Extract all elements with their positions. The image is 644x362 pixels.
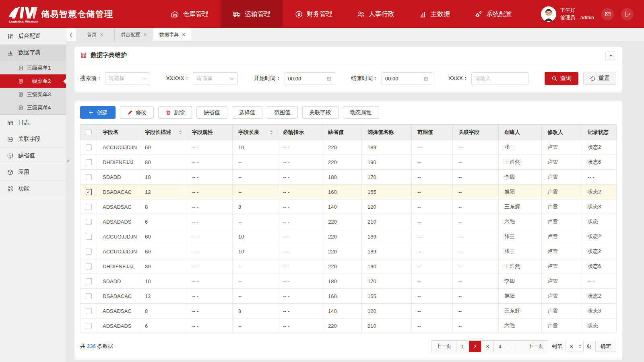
sidebar-subitem-label: 三级菜单4 xyxy=(27,104,51,111)
row-checkbox[interactable] xyxy=(86,219,92,225)
page-number-3[interactable]: 3 xyxy=(481,341,493,352)
logout-icon[interactable] xyxy=(621,8,634,21)
table-row-6[interactable]: ADSADADS6-- ----- -220210----六毛卢雪状态 xyxy=(80,214,617,229)
text-input[interactable]: 请输入 xyxy=(471,72,528,84)
column-label: 记录状态 xyxy=(588,129,609,136)
row-checkbox[interactable] xyxy=(86,144,92,150)
page-ellipsis[interactable]: ··· xyxy=(506,341,523,352)
table-cell: -- - xyxy=(277,259,322,274)
table-row-7[interactable]: ACCUOJJDJN60-- -10-- -220189------张三卢雪状态… xyxy=(80,229,617,244)
tab-close-icon[interactable]: ✕ xyxy=(100,32,103,37)
table-cell: -- xyxy=(412,274,453,289)
sidebar-item-5[interactable]: 缺省值 xyxy=(0,148,66,164)
top-header: Logistics Wisdom 储易智慧仓储管理 仓库管理运输管理财务管理人事… xyxy=(0,0,644,28)
filter-select[interactable]: 请选择 xyxy=(105,72,150,84)
row-checkbox[interactable] xyxy=(86,293,92,299)
sidebar-subitem-3[interactable]: 三级菜单3 xyxy=(0,88,66,101)
toolbar-button-1[interactable]: 创建 xyxy=(80,106,116,119)
time-input[interactable]: 00:00 xyxy=(285,72,335,84)
row-checkbox[interactable] xyxy=(86,249,92,255)
toolbar-button-2[interactable]: 修改 xyxy=(120,106,154,119)
tab-close-icon[interactable]: ✕ xyxy=(182,32,186,37)
row-checkbox[interactable] xyxy=(86,308,92,314)
page-number-2[interactable]: 2 xyxy=(469,341,481,352)
sidebar-subitem-2[interactable]: 三级菜单2 xyxy=(0,74,66,88)
sidebar-item-label: 后台配置 xyxy=(18,33,41,40)
panel-collapse-button[interactable] xyxy=(605,51,616,60)
next-page-button[interactable]: 下一页 xyxy=(523,341,548,352)
table-row-13[interactable]: ADSADADS6-- ----- -220210----六毛卢雪状态 xyxy=(80,319,617,333)
table-row-5[interactable]: ADSADSAC8-- -8-- -140120----王东辉卢雪状态3 xyxy=(80,200,617,214)
row-checkbox[interactable] xyxy=(86,234,92,240)
reset-button[interactable]: 重置 xyxy=(583,72,616,85)
tab-2[interactable]: 后台配置✕ xyxy=(115,28,153,41)
prev-page-button[interactable]: 上一页 xyxy=(431,341,456,352)
sidebar-item-3[interactable]: 日志 xyxy=(0,115,66,131)
tab-3[interactable]: 数据字典✕ xyxy=(153,28,192,41)
confirm-page-button[interactable]: 确定 xyxy=(595,341,616,352)
tab-scroll-left-icon[interactable]: ❮ xyxy=(66,28,76,41)
sidebar-item-2[interactable]: 数据字典 xyxy=(0,45,66,61)
nav-item-3[interactable]: 财务管理 xyxy=(283,0,345,28)
toolbar-button-7[interactable]: 关联字段 xyxy=(302,106,339,119)
table-row-9[interactable]: DHDIFNFJJJ80-- ----- -220190----王浩然卢雪状态6 xyxy=(80,259,617,274)
table-row-1[interactable]: ACCUOJJDJN60-- -10-- -220189------张三卢雪状态… xyxy=(80,140,617,155)
table-row-11[interactable]: DSADACAC12-- ----- -160155----旭阳卢雪状态2 xyxy=(80,289,617,304)
sidebar-collapse-handle[interactable]: « xyxy=(67,158,70,164)
nav-item-5[interactable]: 主数据 xyxy=(407,0,462,28)
avatar[interactable] xyxy=(541,6,556,22)
table-row-12[interactable]: ADSADSAC8-- -8-- -140120----王东辉卢雪状态3 xyxy=(80,304,617,319)
table-cell: 220 xyxy=(322,244,362,259)
toolbar-button-8[interactable]: 动态属性 xyxy=(343,106,379,119)
sort-icon[interactable] xyxy=(179,130,182,134)
table-cell: ACCUOJJDJN xyxy=(97,244,139,259)
column-header-3[interactable]: 字段长描述 xyxy=(139,125,186,140)
table-row-8[interactable]: ACCUOJJDJN60-- -10-- -220189------张三卢雪状态… xyxy=(80,244,617,259)
table-cell: 卢雪 xyxy=(542,304,582,319)
sidebar-subitem-4[interactable]: 三级菜单4 xyxy=(0,101,66,114)
table-cell: 160 xyxy=(322,289,362,304)
filter-field-5: XXXX：请输入 xyxy=(448,72,529,84)
page-number-4[interactable]: 4 xyxy=(493,341,506,352)
sidebar-subitem-1[interactable]: 三级菜单1 xyxy=(0,61,66,74)
nav-item-2[interactable]: 运输管理 xyxy=(221,0,283,28)
table-row-10[interactable]: SDADD10-- ----- -180170----李四卢雪-- - xyxy=(80,274,617,289)
row-checkbox[interactable] xyxy=(86,323,92,329)
row-checkbox[interactable] xyxy=(86,278,92,284)
select-all-checkbox[interactable] xyxy=(86,129,92,135)
goto-page-input[interactable]: 3 xyxy=(565,341,584,352)
row-checkbox[interactable] xyxy=(86,204,92,210)
toolbar-button-6[interactable]: 范围值 xyxy=(267,106,298,119)
finance-icon xyxy=(295,10,303,19)
table-row-4[interactable]: ✓DSADACAC12-- ----- -160155----旭阳卢雪状态2 xyxy=(80,185,617,200)
nav-item-1[interactable]: 仓库管理 xyxy=(159,0,221,28)
time-input[interactable]: 00:00 xyxy=(382,72,432,84)
sidebar-item-4[interactable]: 关联字段 xyxy=(0,131,66,148)
filter-select[interactable]: 请选择 xyxy=(193,72,238,84)
toolbar-button-5[interactable]: 选择值 xyxy=(232,106,263,119)
row-checkbox[interactable] xyxy=(86,174,92,180)
tab-close-icon[interactable]: ✕ xyxy=(143,32,147,37)
column-header-5[interactable]: 字段长度 xyxy=(233,125,277,140)
toolbar-button-3[interactable]: 删除 xyxy=(158,106,192,119)
row-checkbox[interactable] xyxy=(86,263,92,269)
sidebar-item-1[interactable]: 后台配置 xyxy=(0,28,66,45)
row-checkbox[interactable] xyxy=(86,159,92,165)
goto-page: 到第 3 页 xyxy=(552,341,592,352)
table-row-3[interactable]: SDADD10-- ----- -180170----李四卢雪-- - xyxy=(80,170,617,185)
table-row-2[interactable]: DHDIFNFJJJ80-- ----- -220190----王浩然卢雪状态6 xyxy=(80,155,617,170)
toolbar-button-4[interactable]: 缺省值 xyxy=(196,106,227,119)
time-value: 00:00 xyxy=(385,76,398,82)
sidebar-item-6[interactable]: 应用 xyxy=(0,164,66,181)
nav-item-6[interactable]: 系统配置 xyxy=(462,0,524,28)
mail-icon[interactable] xyxy=(601,8,614,21)
row-checkbox[interactable]: ✓ xyxy=(86,189,92,195)
table-cell: 张三 xyxy=(499,229,542,244)
sort-icon[interactable] xyxy=(270,130,273,134)
nav-item-4[interactable]: 人事行政 xyxy=(345,0,407,28)
query-button[interactable]: 查询 xyxy=(545,72,578,85)
sidebar-item-7[interactable]: 功能 xyxy=(0,181,66,197)
page-number-1[interactable]: 1 xyxy=(456,341,469,352)
tab-1[interactable]: 首页✕ xyxy=(76,28,115,41)
stepper-icon[interactable] xyxy=(579,344,581,348)
